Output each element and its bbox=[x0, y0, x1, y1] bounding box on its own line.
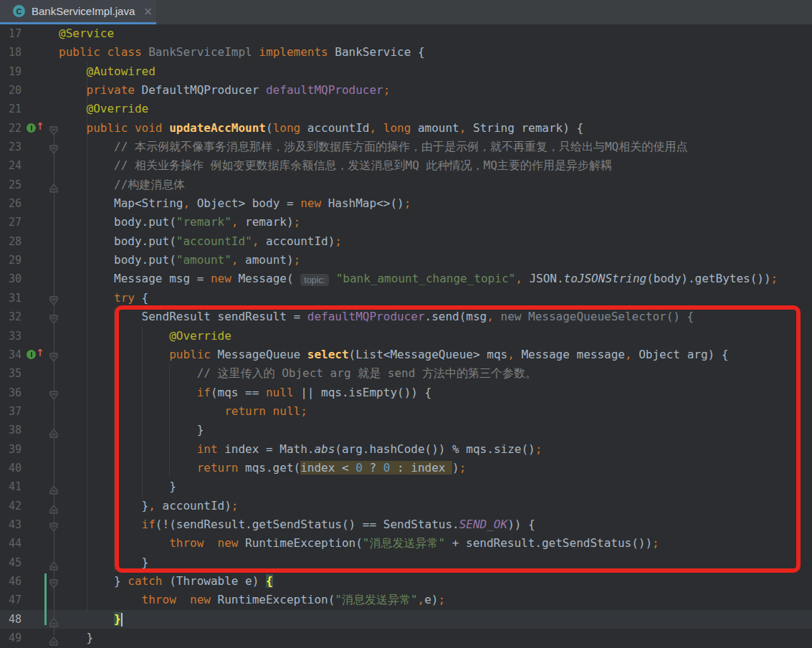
code-line[interactable]: 26 Map<String, Object> body = new HashMa… bbox=[0, 194, 812, 213]
code-line-text[interactable]: public MessageQueue select(List<MessageQ… bbox=[59, 346, 728, 364]
code-line-text[interactable]: int index = Math.abs(arg.hashCode()) % m… bbox=[59, 440, 542, 459]
code-line[interactable]: 27 body.put("remark", remark); bbox=[0, 213, 812, 232]
code-line[interactable]: 35 // 这里传入的 Object arg 就是 send 方法中的第三个参数… bbox=[0, 364, 812, 383]
code-line-text[interactable]: //构建消息体 bbox=[59, 176, 185, 194]
code-line-text[interactable]: body.put("accountId", accountId); bbox=[59, 232, 342, 251]
line-number: 37 bbox=[9, 402, 22, 421]
code-line-text[interactable]: } bbox=[59, 477, 176, 496]
code-line[interactable]: 38 } bbox=[0, 421, 812, 439]
code-line[interactable]: 24 // 相关业务操作 例如变更数据库余额信息，发送消息到MQ 此种情况，MQ… bbox=[0, 156, 812, 175]
code-line[interactable]: 47 throw new RuntimeException("消息发送异常",e… bbox=[0, 591, 812, 609]
code-editor[interactable]: 17@Service18public class BankServiceImpl… bbox=[0, 24, 812, 648]
code-line-text[interactable]: return mqs.get(index < 0 ? 0 : index ); bbox=[59, 459, 466, 477]
code-line-text[interactable]: body.put("amount", amount); bbox=[59, 251, 300, 270]
code-line-text[interactable]: if(mqs == null || mqs.isEmpty()) { bbox=[59, 383, 431, 402]
code-line-text[interactable]: public void updateAccMount(long accountI… bbox=[59, 119, 583, 138]
close-tab-icon[interactable]: × bbox=[143, 5, 153, 18]
code-line-text[interactable]: // 相关业务操作 例如变更数据库余额信息，发送消息到MQ 此种情况，MQ主要的… bbox=[59, 156, 612, 175]
fold-down-icon[interactable] bbox=[49, 576, 58, 586]
fold-down-icon[interactable] bbox=[49, 388, 58, 398]
code-line-text[interactable]: // 本示例就不像事务消息那样，涉及到数据库方面的操作，由于是示例，就不再重复，… bbox=[59, 138, 687, 156]
code-line-text[interactable]: }, accountId); bbox=[59, 497, 238, 515]
fold-down-icon[interactable] bbox=[49, 142, 58, 152]
fold-down-icon[interactable] bbox=[49, 123, 58, 133]
code-line-text[interactable]: } bbox=[59, 629, 93, 647]
code-line[interactable]: 18public class BankServiceImpl implement… bbox=[0, 43, 812, 62]
line-number: 31 bbox=[9, 289, 22, 308]
line-number: 23 bbox=[9, 138, 22, 156]
code-line[interactable]: 34↑ public MessageQueue select(List<Mess… bbox=[0, 346, 812, 364]
code-line[interactable]: 33 @Override bbox=[0, 327, 812, 346]
code-line-text[interactable]: if(!(sendResult.getSendStatus() == SendS… bbox=[59, 515, 535, 534]
code-line[interactable]: 39 int index = Math.abs(arg.hashCode()) … bbox=[0, 440, 812, 459]
code-line-text[interactable]: throw new RuntimeException("消息发送异常" + se… bbox=[59, 534, 659, 553]
line-number: 29 bbox=[9, 251, 22, 270]
line-number: 24 bbox=[9, 156, 22, 175]
code-line[interactable]: 45 } bbox=[0, 553, 812, 572]
fold-down-icon[interactable] bbox=[49, 293, 58, 303]
fold-up-icon[interactable] bbox=[49, 180, 58, 190]
fold-up-icon[interactable] bbox=[49, 425, 58, 435]
code-line-text[interactable]: @Autowired bbox=[59, 62, 156, 81]
code-line[interactable]: 44 throw new RuntimeException("消息发送异常" +… bbox=[0, 534, 812, 553]
code-line[interactable]: 48 } bbox=[0, 610, 812, 629]
code-line-text[interactable]: try { bbox=[59, 289, 148, 308]
code-line[interactable]: 30 Message msg = new Message( topic: "ba… bbox=[0, 270, 812, 288]
code-line[interactable]: 29 body.put("amount", amount); bbox=[0, 251, 812, 270]
line-number: 20 bbox=[9, 81, 22, 100]
overrides-method-icon[interactable]: ↑ bbox=[27, 123, 44, 134]
code-line-text[interactable]: Message msg = new Message( topic: "bank_… bbox=[59, 270, 778, 289]
code-line[interactable]: 32 SendResult sendResult = defaultMQProd… bbox=[0, 308, 812, 326]
code-line-text[interactable]: Map<String, Object> body = new HashMap<>… bbox=[59, 194, 411, 213]
code-line[interactable]: 41 } bbox=[0, 477, 812, 496]
code-line[interactable]: 49 } bbox=[0, 629, 812, 647]
line-number: 33 bbox=[9, 327, 22, 346]
fold-up-icon[interactable] bbox=[49, 558, 58, 568]
code-line[interactable]: 36 if(mqs == null || mqs.isEmpty()) { bbox=[0, 383, 812, 402]
code-line[interactable]: 31 try { bbox=[0, 289, 812, 308]
overrides-method-icon[interactable]: ↑ bbox=[27, 349, 44, 361]
code-lines: 17@Service18public class BankServiceImpl… bbox=[0, 24, 812, 647]
code-line-text[interactable]: // 这里传入的 Object arg 就是 send 方法中的第三个参数。 bbox=[59, 364, 537, 383]
code-line-text[interactable]: body.put("remark", remark); bbox=[59, 213, 300, 232]
code-line-text[interactable]: return null; bbox=[59, 402, 307, 421]
code-line-text[interactable]: public class BankServiceImpl implements … bbox=[59, 43, 425, 62]
code-line-text[interactable]: @Service bbox=[59, 24, 114, 43]
code-line-text[interactable]: SendResult sendResult = defaultMQProduce… bbox=[59, 308, 694, 326]
line-number: 43 bbox=[9, 515, 22, 534]
code-line[interactable]: 23 // 本示例就不像事务消息那样，涉及到数据库方面的操作，由于是示例，就不再… bbox=[0, 138, 812, 156]
code-line[interactable]: 22↑ public void updateAccMount(long acco… bbox=[0, 119, 812, 138]
fold-up-icon[interactable] bbox=[49, 614, 58, 624]
code-line-text[interactable]: } bbox=[59, 610, 121, 629]
line-number: 28 bbox=[9, 232, 22, 251]
code-line[interactable]: 42 }, accountId); bbox=[0, 497, 812, 515]
tab-bankserviceimpl[interactable]: C BankServiceImpl.java × bbox=[0, 0, 156, 22]
fold-up-icon[interactable] bbox=[49, 633, 58, 643]
code-line-text[interactable]: } catch (Throwable e) { bbox=[59, 572, 273, 591]
code-line-text[interactable]: @Override bbox=[59, 100, 148, 118]
line-number: 46 bbox=[9, 572, 22, 591]
code-line-text[interactable]: } bbox=[59, 421, 204, 439]
fold-up-icon[interactable] bbox=[49, 482, 58, 492]
fold-down-icon[interactable] bbox=[49, 520, 58, 530]
code-line[interactable]: 28 body.put("accountId", accountId); bbox=[0, 232, 812, 251]
code-line-text[interactable]: @Override bbox=[59, 327, 231, 346]
code-line[interactable]: 19 @Autowired bbox=[0, 62, 812, 81]
code-line-text[interactable]: } bbox=[59, 553, 148, 572]
code-line[interactable]: 37 return null; bbox=[0, 402, 812, 421]
code-line[interactable]: 25 //构建消息体 bbox=[0, 176, 812, 194]
code-line[interactable]: 40 return mqs.get(index < 0 ? 0 : index … bbox=[0, 459, 812, 477]
code-line-text[interactable]: throw new RuntimeException("消息发送异常",e); bbox=[59, 591, 445, 609]
code-line-text[interactable]: private DefaultMQProducer defaultMQProdu… bbox=[59, 81, 390, 100]
text-caret bbox=[121, 613, 123, 626]
code-line[interactable]: 21 @Override bbox=[0, 100, 812, 118]
fold-down-icon[interactable] bbox=[49, 350, 58, 360]
code-line[interactable]: 20 private DefaultMQProducer defaultMQPr… bbox=[0, 81, 812, 100]
fold-up-icon[interactable] bbox=[49, 501, 58, 511]
line-number: 42 bbox=[9, 497, 22, 515]
code-line[interactable]: 43 if(!(sendResult.getSendStatus() == Se… bbox=[0, 515, 812, 534]
code-line[interactable]: 17@Service bbox=[0, 24, 812, 43]
line-number: 44 bbox=[9, 534, 22, 553]
fold-down-icon[interactable] bbox=[49, 312, 58, 322]
code-line[interactable]: 46 } catch (Throwable e) { bbox=[0, 572, 812, 591]
